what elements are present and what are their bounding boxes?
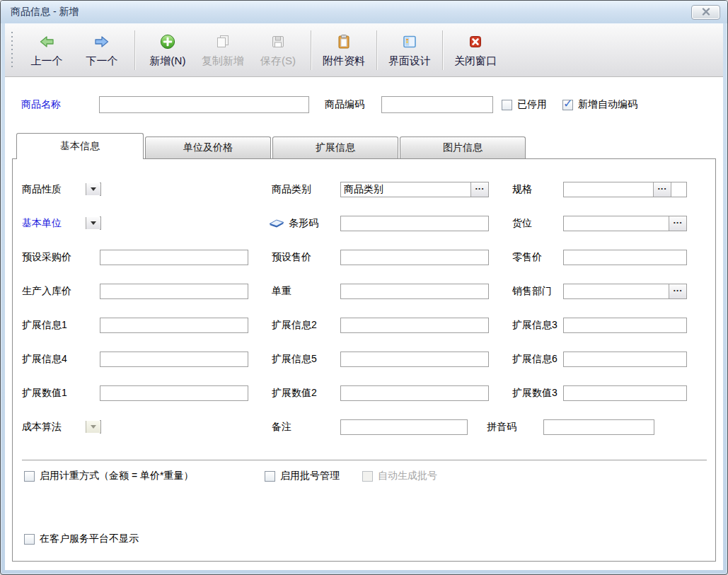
autocode-checkbox[interactable]: ✓ 新增自动编码 bbox=[562, 98, 637, 111]
storage-bin-browse-button[interactable]: ··· bbox=[669, 216, 686, 231]
add-new-button[interactable]: 新增(N) bbox=[140, 26, 195, 74]
product-category-field[interactable]: ··· bbox=[340, 182, 489, 197]
checkbox-box[interactable]: ✓ bbox=[562, 100, 573, 110]
next-button-label: 下一个 bbox=[86, 54, 118, 68]
close-icon bbox=[702, 7, 710, 18]
storage-bin-field[interactable]: ··· bbox=[563, 216, 687, 231]
toolbar-separator bbox=[134, 30, 135, 70]
tab-unit-price[interactable]: 单位及价格 bbox=[145, 137, 271, 158]
ui-design-button-label: 界面设计 bbox=[388, 54, 431, 68]
previous-button-label: 上一个 bbox=[31, 54, 63, 68]
arrow-left-icon bbox=[37, 33, 56, 51]
checkbox-box[interactable] bbox=[265, 471, 275, 482]
checkbox-box bbox=[362, 471, 373, 482]
sales-department-browse-button[interactable]: ··· bbox=[669, 284, 686, 298]
hide-on-platform-checkbox[interactable]: 在客户服务平台不显示 bbox=[24, 533, 139, 545]
product-category-input[interactable] bbox=[341, 182, 470, 197]
previous-button[interactable]: 上一个 bbox=[19, 26, 74, 74]
disabled-checkbox[interactable]: 已停用 bbox=[502, 98, 547, 111]
chevron-down-icon[interactable] bbox=[86, 183, 100, 195]
preset-sale-price-input[interactable] bbox=[340, 250, 489, 265]
spec-browse-button[interactable]: ··· bbox=[653, 182, 671, 197]
base-unit-combo[interactable] bbox=[100, 216, 101, 230]
chevron-down-icon[interactable] bbox=[86, 217, 100, 229]
checkmark-icon: ✓ bbox=[563, 97, 572, 110]
product-nature-combo[interactable]: 商品 bbox=[100, 182, 101, 196]
tab-image-info[interactable]: 图片信息 bbox=[400, 137, 526, 158]
toolbar: 上一个 下一个 bbox=[5, 23, 723, 77]
copy-new-button-label: 复制新增 bbox=[202, 54, 244, 68]
attachments-button[interactable]: 附件资料 bbox=[316, 26, 371, 74]
checkbox-box[interactable] bbox=[24, 534, 35, 545]
product-name-input[interactable] bbox=[99, 96, 309, 113]
spec-extra-segment bbox=[671, 182, 686, 197]
unit-weight-input[interactable] bbox=[340, 284, 489, 299]
add-new-button-label: 新增(N) bbox=[150, 54, 186, 68]
spec-field[interactable]: ··· bbox=[563, 182, 687, 197]
ext-num-1-input[interactable] bbox=[100, 385, 248, 401]
retail-price-input[interactable] bbox=[563, 250, 687, 265]
barcode-label-group: 条形码 bbox=[272, 217, 340, 230]
ext-info-5-input[interactable] bbox=[340, 352, 489, 367]
ext-info-1-label: 扩展信息1 bbox=[22, 319, 100, 332]
remark-input[interactable] bbox=[340, 419, 468, 435]
ui-design-button[interactable]: 界面设计 bbox=[382, 26, 437, 74]
ext-num-1-label: 扩展数值1 bbox=[22, 387, 100, 400]
header-field-row: 商品名称 商品编码 已停用 ✓ 新增自动编码 bbox=[5, 77, 723, 132]
close-window-icon bbox=[466, 33, 485, 51]
ext-num-2-label: 扩展数值2 bbox=[272, 387, 340, 400]
save-button[interactable]: 保存(S) bbox=[250, 26, 306, 74]
ext-num-3-label: 扩展数值3 bbox=[512, 387, 563, 400]
tab-extended-info[interactable]: 扩展信息 bbox=[272, 137, 398, 158]
ext-info-4-input[interactable] bbox=[100, 352, 248, 367]
remark-label: 备注 bbox=[272, 421, 340, 434]
sales-department-label: 销售部门 bbox=[512, 285, 563, 298]
weighing-mode-checkbox[interactable]: 启用计重方式（金额 = 单价*重量） bbox=[24, 470, 253, 482]
next-button[interactable]: 下一个 bbox=[74, 26, 129, 74]
dialog-client-area: 上一个 下一个 bbox=[5, 23, 723, 570]
copy-icon bbox=[214, 33, 232, 51]
cost-method-combo: 移动加权平均法 bbox=[100, 420, 101, 434]
unit-weight-label: 单重 bbox=[272, 285, 340, 298]
pinyin-code-input[interactable] bbox=[543, 419, 654, 435]
form-row: 生产入库价 单重 销售部门 ··· bbox=[13, 274, 715, 308]
ext-info-4-label: 扩展信息4 bbox=[22, 353, 100, 366]
ext-num-3-input[interactable] bbox=[563, 385, 687, 401]
attachments-button-label: 附件资料 bbox=[323, 54, 365, 68]
close-window-button-label: 关闭窗口 bbox=[454, 54, 497, 68]
ext-info-3-input[interactable] bbox=[563, 318, 687, 333]
ext-info-6-input[interactable] bbox=[563, 352, 687, 367]
tab-bar: 基本信息 单位及价格 扩展信息 图片信息 bbox=[5, 132, 723, 158]
ext-info-2-input[interactable] bbox=[340, 318, 489, 333]
form-row: 扩展数值1 扩展数值2 扩展数值3 bbox=[13, 376, 715, 410]
form-row: 扩展信息4 扩展信息5 扩展信息6 bbox=[13, 342, 715, 376]
storage-bin-input[interactable] bbox=[564, 216, 669, 231]
tab-basic-info[interactable]: 基本信息 bbox=[16, 133, 144, 159]
add-icon bbox=[158, 33, 177, 51]
options-row: 在客户服务平台不显示 bbox=[13, 531, 715, 547]
checkbox-box[interactable] bbox=[24, 471, 35, 482]
sales-department-input[interactable] bbox=[564, 284, 669, 298]
copy-new-button[interactable]: 复制新增 bbox=[195, 26, 250, 74]
product-code-input[interactable] bbox=[381, 96, 493, 113]
ext-info-1-input[interactable] bbox=[100, 318, 248, 333]
checkbox-box[interactable] bbox=[502, 100, 512, 110]
product-category-browse-button[interactable]: ··· bbox=[470, 182, 488, 197]
barcode-label: 条形码 bbox=[289, 217, 318, 230]
sales-department-field[interactable]: ··· bbox=[563, 284, 687, 299]
barcode-input[interactable] bbox=[340, 216, 489, 231]
batch-management-checkbox[interactable]: 启用批号管理 bbox=[265, 470, 351, 482]
toolbar-separator bbox=[311, 30, 311, 70]
auto-batch-checkbox: 自动生成批号 bbox=[362, 470, 437, 482]
toolbar-grip-handle[interactable] bbox=[11, 32, 13, 69]
ext-num-2-input[interactable] bbox=[340, 385, 489, 401]
window-close-button[interactable] bbox=[691, 5, 720, 20]
preset-purchase-price-input[interactable] bbox=[100, 250, 248, 265]
options-separator bbox=[22, 460, 707, 460]
production-in-price-input[interactable] bbox=[100, 284, 248, 299]
close-window-button[interactable]: 关闭窗口 bbox=[448, 26, 503, 74]
storage-bin-label: 货位 bbox=[512, 217, 563, 230]
spec-input[interactable] bbox=[564, 182, 653, 197]
form-row: 扩展信息1 扩展信息2 扩展信息3 bbox=[13, 308, 715, 342]
batch-management-checkbox-label: 启用批号管理 bbox=[280, 470, 351, 482]
